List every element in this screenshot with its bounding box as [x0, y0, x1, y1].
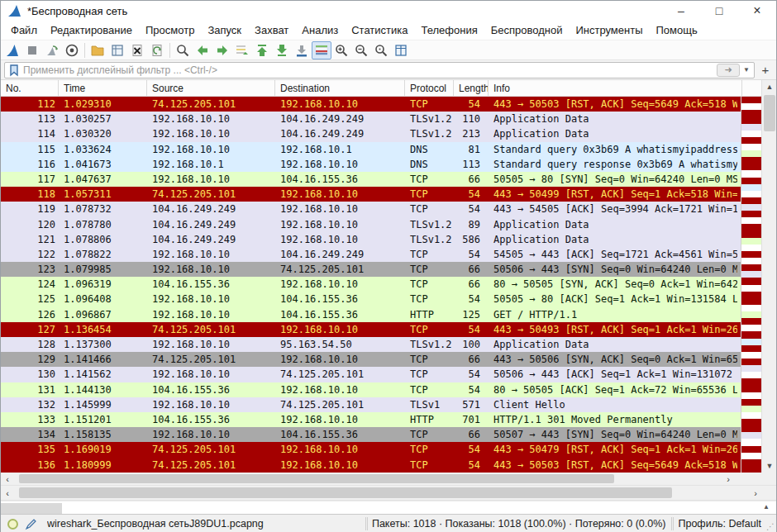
- capture-comment-icon[interactable]: [25, 518, 37, 530]
- packet-row[interactable]: 1261.096867192.168.10.10104.16.155.36HTT…: [1, 307, 776, 322]
- packet-row[interactable]: 1201.078780104.16.249.249192.168.10.10TL…: [1, 217, 776, 232]
- column-header-time[interactable]: Time: [59, 80, 147, 96]
- vertical-scrollbar[interactable]: ▲ ▼: [761, 80, 776, 473]
- colorize-icon[interactable]: [312, 41, 331, 59]
- packet-row[interactable]: 1211.078806104.16.249.249192.168.10.10TL…: [1, 232, 776, 247]
- menu-item-8[interactable]: Беспроводной: [484, 21, 570, 39]
- capture-filename[interactable]: wireshark_Беспроводная сетьJ89DU1.pcapng: [47, 518, 264, 530]
- menu-item-7[interactable]: Телефония: [414, 21, 484, 39]
- intelligent-scrollbar-minimap[interactable]: [741, 97, 761, 473]
- packet-cell: 1.096319: [59, 277, 147, 292]
- menu-item-5[interactable]: Анализ: [295, 21, 345, 39]
- filter-dropdown-caret-icon[interactable]: ▼: [741, 66, 751, 74]
- maximize-button[interactable]: □: [700, 1, 738, 21]
- packet-row[interactable]: 1321.145999192.168.10.1074.125.205.101TL…: [1, 397, 776, 412]
- menu-item-9[interactable]: Инструменты: [569, 21, 649, 39]
- go-to-packet-icon[interactable]: [232, 41, 252, 59]
- close-button[interactable]: ×: [738, 1, 776, 21]
- horizontal-scrollbar-2[interactable]: ‹ ›: [1, 486, 776, 501]
- menu-item-4[interactable]: Захват: [248, 21, 295, 39]
- capture-options-icon[interactable]: [62, 41, 82, 59]
- apply-filter-button[interactable]: ➜: [717, 64, 740, 77]
- horizontal-scrollbar-1[interactable]: ‹ ›: [1, 473, 776, 486]
- column-header-length[interactable]: Length: [454, 80, 489, 96]
- packet-row[interactable]: 1171.047637192.168.10.10104.16.155.36TCP…: [1, 172, 776, 187]
- find-packet-icon[interactable]: [173, 41, 193, 59]
- pane-up-arrow-icon[interactable]: ▲: [763, 503, 770, 511]
- expert-info-icon[interactable]: [7, 519, 18, 530]
- packet-row[interactable]: 1251.096408192.168.10.10104.16.155.36TCP…: [1, 292, 776, 306]
- minimize-button[interactable]: –: [662, 1, 700, 21]
- scroll-up-arrow-icon[interactable]: ▲: [762, 80, 776, 93]
- auto-scroll-icon[interactable]: [292, 41, 312, 59]
- close-file-icon[interactable]: [127, 41, 147, 59]
- scroll-left-arrow-icon[interactable]: ‹: [1, 473, 14, 485]
- packet-cell: 50505 → 80 [SYN] Seq=0 Win=64240 Len=0 M…: [489, 172, 737, 187]
- scroll-left-arrow-icon[interactable]: ‹: [1, 486, 14, 500]
- stop-capture-icon[interactable]: [22, 41, 42, 59]
- packet-row[interactable]: 1281.137300192.168.10.1095.163.54.50TLSv…: [1, 337, 776, 352]
- pane-handle[interactable]: [1, 503, 62, 514]
- profile-label[interactable]: Профиль: Default: [678, 518, 761, 530]
- packet-row[interactable]: 1301.141562192.168.10.1074.125.205.101TC…: [1, 367, 776, 382]
- status-divider[interactable]: [365, 517, 366, 530]
- packet-row[interactable]: 1271.13645474.125.205.101192.168.10.10TC…: [1, 322, 776, 337]
- scroll-down-arrow-icon[interactable]: ▼: [762, 459, 776, 473]
- status-bar: wireshark_Беспроводная сетьJ89DU1.pcapng…: [1, 514, 776, 532]
- packet-counts: Пакеты: 1018 · Показаны: 1018 (100.0%) ·…: [372, 518, 666, 530]
- go-first-icon[interactable]: [252, 41, 272, 59]
- status-divider[interactable]: [671, 517, 672, 530]
- packet-row[interactable]: 1121.02931074.125.205.101192.168.10.10TC…: [1, 97, 776, 112]
- go-previous-icon[interactable]: [193, 41, 212, 59]
- horizontal-scroll-thumb-1[interactable]: [19, 474, 614, 483]
- scroll-right-arrow-icon[interactable]: ›: [749, 486, 762, 500]
- menu-item-2[interactable]: Просмотр: [139, 21, 201, 39]
- zoom-out-icon[interactable]: [351, 41, 371, 59]
- display-filter-box[interactable]: ➜ ▼: [4, 62, 755, 78]
- packet-row[interactable]: 1151.033624192.168.10.10192.168.10.1DNS8…: [1, 142, 776, 157]
- column-header-source[interactable]: Source: [147, 80, 275, 96]
- add-filter-button[interactable]: +: [758, 63, 773, 77]
- packet-cell: Standard query 0x3b69 A whatismyipaddres…: [489, 142, 737, 157]
- reload-file-icon[interactable]: [147, 41, 167, 59]
- resize-grip[interactable]: ⋰: [766, 522, 775, 531]
- packet-row[interactable]: 1221.078822192.168.10.10104.16.249.249TC…: [1, 247, 776, 262]
- column-header-protocol[interactable]: Protocol: [405, 80, 454, 96]
- display-filter-input[interactable]: [23, 64, 717, 76]
- packet-row[interactable]: 1361.18099974.125.205.101192.168.10.10TC…: [1, 458, 776, 473]
- menu-item-3[interactable]: Запуск: [201, 21, 248, 39]
- packet-row[interactable]: 1131.030257192.168.10.10104.16.249.249TL…: [1, 112, 776, 126]
- packet-row[interactable]: 1291.14146674.125.205.101192.168.10.10TC…: [1, 352, 776, 367]
- packet-row[interactable]: 1141.030320192.168.10.10104.16.249.249TL…: [1, 126, 776, 141]
- packet-row[interactable]: 1311.144130104.16.155.36192.168.10.10TCP…: [1, 382, 776, 397]
- start-capture-icon[interactable]: [2, 41, 22, 59]
- go-next-icon[interactable]: [212, 41, 232, 59]
- packet-row[interactable]: 1241.096319104.16.155.36192.168.10.10TCP…: [1, 277, 776, 292]
- zoom-in-icon[interactable]: [331, 41, 351, 59]
- vertical-scroll-thumb[interactable]: [764, 95, 775, 131]
- minimap-stripe: [741, 392, 761, 399]
- packet-row[interactable]: 1181.05731174.125.205.101192.168.10.10TC…: [1, 187, 776, 202]
- save-file-icon[interactable]: [107, 41, 127, 59]
- zoom-normal-icon[interactable]: [371, 41, 391, 59]
- packet-row[interactable]: 1161.041673192.168.10.1192.168.10.10DNS1…: [1, 157, 776, 172]
- restart-capture-icon[interactable]: [42, 41, 62, 59]
- horizontal-scroll-thumb-2[interactable]: [19, 487, 672, 498]
- packet-row[interactable]: 1341.158135192.168.10.10104.16.155.36TCP…: [1, 427, 776, 442]
- packet-row[interactable]: 1231.079985192.168.10.1074.125.205.101TC…: [1, 262, 776, 277]
- column-header-no[interactable]: No.: [1, 80, 59, 96]
- scroll-right-arrow-icon[interactable]: ›: [722, 473, 735, 485]
- go-last-icon[interactable]: [272, 41, 292, 59]
- packet-row[interactable]: 1351.16901974.125.205.101192.168.10.10TC…: [1, 442, 776, 457]
- open-file-icon[interactable]: [88, 41, 107, 59]
- filter-bookmark-icon[interactable]: [7, 64, 21, 77]
- column-header-info[interactable]: Info: [489, 80, 742, 96]
- resize-columns-icon[interactable]: [391, 41, 411, 59]
- column-header-destination[interactable]: Destination: [275, 80, 405, 96]
- menu-item-0[interactable]: Файл: [4, 21, 44, 39]
- packet-row[interactable]: 1191.078732104.16.249.249192.168.10.10TC…: [1, 202, 776, 216]
- menu-item-6[interactable]: Статистика: [345, 21, 414, 39]
- menu-item-1[interactable]: Редактирование: [44, 21, 139, 39]
- menu-item-10[interactable]: Помощь: [650, 21, 704, 39]
- packet-row[interactable]: 1331.151201104.16.155.36192.168.10.10HTT…: [1, 412, 776, 427]
